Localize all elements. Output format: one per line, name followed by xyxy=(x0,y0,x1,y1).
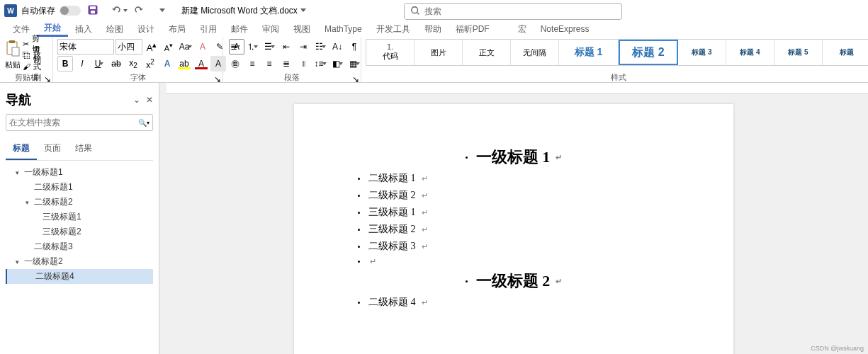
nav-search-icon[interactable]: 🔍 xyxy=(138,119,147,127)
tab-review[interactable]: 审阅 xyxy=(255,21,286,37)
bullets-button[interactable]: ≣ xyxy=(227,39,243,55)
italic-button[interactable]: I xyxy=(74,56,90,72)
document-heading[interactable]: 一级标题 2↵ xyxy=(358,270,670,292)
font-color-button[interactable]: A xyxy=(193,56,209,72)
tree-item[interactable]: 二级标题3 xyxy=(6,239,153,254)
document-heading[interactable]: 三级标题 1↵ xyxy=(358,206,670,219)
grow-font-button[interactable]: A▴ xyxy=(144,39,159,55)
title-dropdown-icon[interactable] xyxy=(300,8,306,15)
undo-dropdown-icon[interactable] xyxy=(123,9,128,14)
numbering-button[interactable]: ⒈ xyxy=(244,39,260,55)
style-title[interactable]: 标题 xyxy=(823,40,868,65)
show-marks-button[interactable]: ¶ xyxy=(346,39,362,55)
nav-tab-pages[interactable]: 页面 xyxy=(37,138,68,160)
autosave-toggle[interactable] xyxy=(60,6,81,16)
tab-macro[interactable]: 宏 xyxy=(511,21,534,37)
subscript-button[interactable]: x2 xyxy=(125,56,141,72)
nav-search-dropdown-icon[interactable]: ▾ xyxy=(147,120,150,126)
clipboard-launcher[interactable]: ↘ xyxy=(44,74,51,81)
style-normal[interactable]: 正文 xyxy=(463,40,511,65)
collapse-icon[interactable]: ▾ xyxy=(26,199,34,206)
style-heading-2[interactable]: 标题 2 xyxy=(619,40,678,65)
font-launcher[interactable]: ↘ xyxy=(214,74,221,81)
document-heading[interactable]: 一级标题 1↵ xyxy=(358,147,670,168)
align-right-button[interactable]: ≡ xyxy=(261,56,277,72)
tree-item[interactable]: 二级标题1 xyxy=(6,180,153,195)
style-heading-4[interactable]: 标题 4 xyxy=(726,40,774,65)
increase-indent-button[interactable]: ⇥ xyxy=(295,39,311,55)
tab-view[interactable]: 视图 xyxy=(286,21,317,37)
tree-item[interactable]: ▾一级标题1 xyxy=(6,165,153,180)
tree-item[interactable]: 二级标题4 xyxy=(6,269,153,284)
tree-item[interactable]: ▾一级标题2 xyxy=(6,254,153,269)
underline-button[interactable]: U xyxy=(91,56,107,72)
style-heading-1[interactable]: 标题 1 xyxy=(559,40,619,65)
document-heading[interactable]: 二级标题 2↵ xyxy=(358,189,670,202)
tree-item[interactable]: 三级标题1 xyxy=(6,210,153,224)
style-code[interactable]: 1.代码 xyxy=(366,40,415,65)
collapse-icon[interactable]: ▾ xyxy=(16,258,24,266)
search-input[interactable] xyxy=(424,6,616,16)
tab-design[interactable]: 设计 xyxy=(130,21,162,37)
tab-insert[interactable]: 插入 xyxy=(68,21,99,37)
nav-search-input[interactable] xyxy=(9,118,138,127)
document-page[interactable]: 一级标题 1↵ 二级标题 1↵ 二级标题 2↵ 三级标题 1↵ 三级标题 2↵ … xyxy=(294,104,733,354)
nav-tab-headings[interactable]: 标题 xyxy=(6,138,37,160)
paste-button[interactable]: 粘贴 xyxy=(4,38,21,72)
tree-item[interactable]: 三级标题2 xyxy=(6,224,153,239)
text-effects-button[interactable]: A xyxy=(159,56,175,72)
shading-button[interactable]: ◧ xyxy=(329,56,345,72)
nav-close-icon[interactable]: ✕ xyxy=(146,95,153,105)
strikethrough-button[interactable]: ab xyxy=(108,56,124,72)
multilevel-button[interactable]: ☰ xyxy=(261,39,277,55)
clear-formatting-button[interactable]: A xyxy=(195,39,210,55)
customize-qat[interactable] xyxy=(154,3,170,18)
horizontal-ruler[interactable] xyxy=(167,83,868,94)
style-image[interactable]: 图片 xyxy=(415,40,463,65)
document-heading[interactable]: 二级标题 4↵ xyxy=(358,296,670,309)
align-center-button[interactable]: ≡ xyxy=(244,56,260,72)
save-button[interactable] xyxy=(85,3,101,18)
style-heading-5[interactable]: 标题 5 xyxy=(774,40,823,65)
borders-button[interactable]: ▦ xyxy=(346,56,362,72)
justify-button[interactable]: ≣ xyxy=(278,56,294,72)
document-heading[interactable]: 二级标题 1↵ xyxy=(358,172,670,185)
nav-search-box[interactable]: 🔍 ▾ xyxy=(6,114,153,131)
format-painter-button[interactable]: 🖌格式刷 xyxy=(21,62,48,72)
document-heading[interactable]: 三级标题 2↵ xyxy=(358,223,670,236)
tab-mailings[interactable]: 邮件 xyxy=(224,21,255,37)
shrink-font-button[interactable]: A▾ xyxy=(161,39,176,55)
font-name-select[interactable] xyxy=(57,39,114,55)
line-spacing-button[interactable]: ↕≡ xyxy=(312,56,328,72)
change-case-button[interactable]: Aa xyxy=(178,39,193,55)
paragraph-launcher[interactable]: ↘ xyxy=(352,74,359,81)
document-paragraph[interactable]: ↵ xyxy=(358,257,670,266)
nav-tab-results[interactable]: 结果 xyxy=(68,138,99,160)
tab-layout[interactable]: 布局 xyxy=(162,21,193,37)
highlight-button[interactable]: ab xyxy=(176,56,192,72)
tree-item[interactable]: ▾二级标题2 xyxy=(6,195,153,210)
collapse-icon[interactable]: ▾ xyxy=(16,169,24,176)
sort-button[interactable]: A↓ xyxy=(329,39,345,55)
tab-developer[interactable]: 开发工具 xyxy=(369,21,417,37)
superscript-button[interactable]: x2 xyxy=(142,56,158,72)
tab-references[interactable]: 引用 xyxy=(193,21,224,37)
bold-button[interactable]: B xyxy=(57,56,73,72)
tab-draw[interactable]: 绘图 xyxy=(99,21,130,37)
document-heading[interactable]: 二级标题 3↵ xyxy=(358,240,670,253)
nav-collapse-icon[interactable]: ⌄ xyxy=(133,95,140,105)
align-left-button[interactable]: ≡ xyxy=(227,56,243,72)
distribute-button[interactable]: ⫴ xyxy=(295,56,311,72)
redo-button[interactable] xyxy=(130,3,146,18)
tab-mathtype[interactable]: MathType xyxy=(317,21,369,37)
tab-foxit-pdf[interactable]: 福昕PDF xyxy=(449,21,497,37)
font-size-select[interactable] xyxy=(115,39,142,55)
style-no-spacing[interactable]: 无间隔 xyxy=(511,40,559,65)
tab-help[interactable]: 帮助 xyxy=(417,21,449,37)
tab-noteexpress[interactable]: NoteExpress xyxy=(534,21,597,37)
decrease-indent-button[interactable]: ⇤ xyxy=(278,39,294,55)
undo-button[interactable] xyxy=(109,3,125,18)
search-box[interactable] xyxy=(404,3,622,20)
style-heading-3[interactable]: 标题 3 xyxy=(678,40,726,65)
asian-layout-button[interactable]: ☷ xyxy=(312,39,328,55)
